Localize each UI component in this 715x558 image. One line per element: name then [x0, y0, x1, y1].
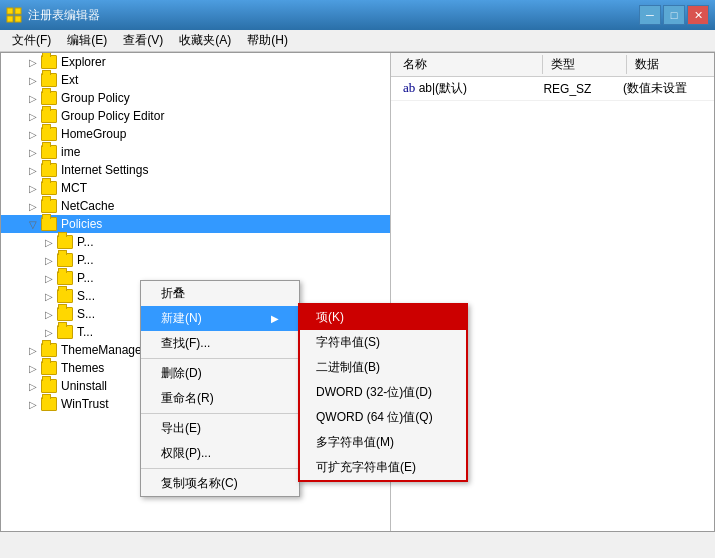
tree-item-internetsettings[interactable]: ▷ Internet Settings [1, 161, 390, 179]
folder-icon [41, 91, 57, 105]
submenu-item-key[interactable]: 项(K) [300, 305, 466, 330]
svg-rect-2 [7, 16, 13, 22]
tree-label: ime [61, 145, 80, 159]
tree-label: Internet Settings [61, 163, 148, 177]
folder-icon [41, 181, 57, 195]
submenu-item-binary[interactable]: 二进制值(B) [300, 355, 466, 380]
tree-label: P... [77, 271, 93, 285]
expand-icon: ▷ [25, 93, 41, 104]
folder-icon [57, 289, 73, 303]
tree-label: Explorer [61, 55, 106, 69]
tree-label: S... [77, 307, 95, 321]
tree-label: Group Policy Editor [61, 109, 164, 123]
minimize-button[interactable]: ─ [639, 5, 661, 25]
folder-icon [41, 127, 57, 141]
folder-icon [41, 343, 57, 357]
ctx-separator [141, 358, 299, 359]
tree-item-ext[interactable]: ▷ Ext [1, 71, 390, 89]
window-title: 注册表编辑器 [28, 7, 639, 24]
registry-row[interactable]: ab ab|(默认) REG_SZ (数值未设置 [391, 77, 714, 101]
folder-icon [57, 325, 73, 339]
tree-item-homegroup[interactable]: ▷ HomeGroup [1, 125, 390, 143]
cell-name: ab ab|(默认) [395, 79, 535, 98]
tree-label: NetCache [61, 199, 114, 213]
folder-icon [41, 109, 57, 123]
expand-icon: ▷ [41, 237, 57, 248]
expand-icon: ▷ [25, 345, 41, 356]
submenu[interactable]: 项(K) 字符串值(S) 二进制值(B) DWORD (32-位)值(D) QW… [298, 303, 468, 482]
menu-file[interactable]: 文件(F) [4, 30, 59, 51]
submenu-item-qword[interactable]: QWORD (64 位)值(Q) [300, 405, 466, 430]
context-menu[interactable]: 折叠 新建(N) ▶ 查找(F)... 删除(D) 重命名(R) 导出(E) 权… [140, 280, 300, 497]
cell-type: REG_SZ [535, 81, 615, 97]
expand-icon: ▷ [25, 183, 41, 194]
ctx-copy-name[interactable]: 复制项名称(C) [141, 471, 299, 496]
expand-icon: ▷ [41, 255, 57, 266]
tree-label: S... [77, 289, 95, 303]
tree-item-grouppolicy[interactable]: ▷ Group Policy [1, 89, 390, 107]
expand-icon: ▷ [25, 165, 41, 176]
tree-item-ime[interactable]: ▷ ime [1, 143, 390, 161]
ctx-delete[interactable]: 删除(D) [141, 361, 299, 386]
folder-icon [41, 199, 57, 213]
expand-icon: ▷ [25, 57, 41, 68]
ctx-rename[interactable]: 重命名(R) [141, 386, 299, 411]
menu-help[interactable]: 帮助(H) [239, 30, 296, 51]
menu-edit[interactable]: 编辑(E) [59, 30, 115, 51]
svg-rect-0 [7, 8, 13, 14]
ctx-collapse[interactable]: 折叠 [141, 281, 299, 306]
tree-label: Ext [61, 73, 78, 87]
folder-icon [57, 271, 73, 285]
expand-icon: ▷ [41, 309, 57, 320]
submenu-item-string[interactable]: 字符串值(S) [300, 330, 466, 355]
tree-label: T... [77, 325, 93, 339]
ctx-export[interactable]: 导出(E) [141, 416, 299, 441]
expand-icon: ▷ [25, 201, 41, 212]
folder-icon [57, 253, 73, 267]
folder-icon [41, 397, 57, 411]
expand-icon: ▷ [25, 129, 41, 140]
expand-icon: ▷ [41, 291, 57, 302]
right-header: 名称 类型 数据 [391, 53, 714, 77]
ctx-separator2 [141, 413, 299, 414]
tree-label: WinTrust [61, 397, 109, 411]
cell-data: (数值未设置 [615, 79, 710, 98]
tree-item-mct[interactable]: ▷ MCT [1, 179, 390, 197]
menu-view[interactable]: 查看(V) [115, 30, 171, 51]
expand-icon: ▷ [41, 273, 57, 284]
close-button[interactable]: ✕ [687, 5, 709, 25]
tree-label: Group Policy [61, 91, 130, 105]
tree-label: HomeGroup [61, 127, 126, 141]
folder-icon [41, 217, 57, 231]
submenu-item-expandstring[interactable]: 可扩充字符串值(E) [300, 455, 466, 480]
title-bar: 注册表编辑器 ─ □ ✕ [0, 0, 715, 30]
folder-icon [41, 163, 57, 177]
menu-favorites[interactable]: 收藏夹(A) [171, 30, 239, 51]
expand-icon: ▷ [41, 327, 57, 338]
expand-icon: ▷ [25, 399, 41, 410]
app-icon [6, 7, 22, 23]
tree-item-p2[interactable]: ▷ P... [1, 251, 390, 269]
folder-icon [41, 73, 57, 87]
tree-label: P... [77, 253, 93, 267]
submenu-item-multistring[interactable]: 多字符串值(M) [300, 430, 466, 455]
ctx-find[interactable]: 查找(F)... [141, 331, 299, 356]
folder-icon [41, 55, 57, 69]
ctx-new[interactable]: 新建(N) ▶ [141, 306, 299, 331]
main-wrapper: ▷ Explorer ▷ Ext ▷ Group Policy ▷ Group … [0, 52, 715, 558]
tree-label: Policies [61, 217, 102, 231]
submenu-item-dword[interactable]: DWORD (32-位)值(D) [300, 380, 466, 405]
ctx-permissions[interactable]: 权限(P)... [141, 441, 299, 466]
tree-item-policies[interactable]: ▽ Policies [1, 215, 390, 233]
expand-icon: ▷ [25, 363, 41, 374]
ctx-separator3 [141, 468, 299, 469]
tree-item-grouppolicyeditor[interactable]: ▷ Group Policy Editor [1, 107, 390, 125]
tree-item-p1[interactable]: ▷ P... [1, 233, 390, 251]
tree-item-explorer[interactable]: ▷ Explorer [1, 53, 390, 71]
folder-icon [41, 361, 57, 375]
maximize-button[interactable]: □ [663, 5, 685, 25]
expand-icon: ▷ [25, 111, 41, 122]
tree-item-netcache[interactable]: ▷ NetCache [1, 197, 390, 215]
svg-rect-3 [15, 16, 21, 22]
expand-icon: ▷ [25, 75, 41, 86]
